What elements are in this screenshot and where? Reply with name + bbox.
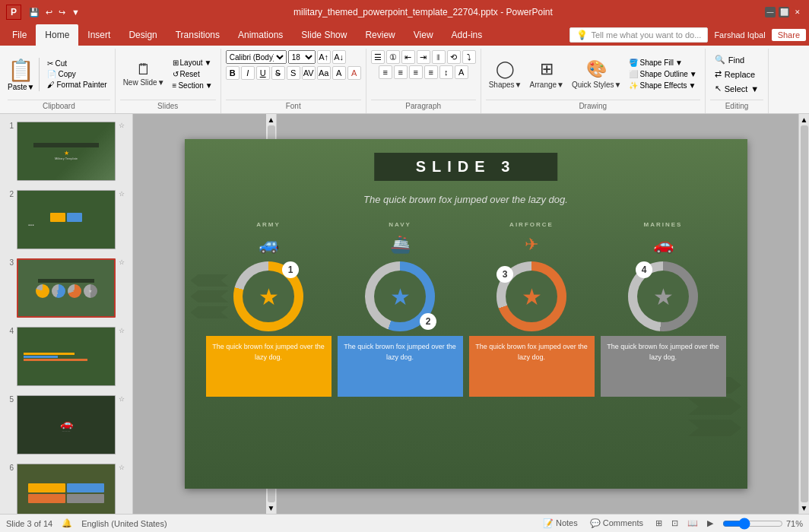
font-size-select[interactable]: 18 bbox=[288, 50, 316, 64]
ribbon-group-paragraph: ☰ ① ⇤ ⇥ ⫴ ⟲ ⤵ ≡ ≡ ≡ ≡ ↕ A Paragraph bbox=[366, 49, 481, 113]
right-scroll-up-button[interactable]: ▲ bbox=[801, 116, 808, 124]
right-scroll-down-button[interactable]: ▼ bbox=[801, 504, 808, 512]
columns-button[interactable]: ⫴ bbox=[432, 50, 446, 64]
army-label: ARMY bbox=[256, 221, 281, 228]
scroll-up-button[interactable]: ▲ bbox=[268, 116, 275, 124]
tab-animations[interactable]: Animations bbox=[229, 24, 292, 46]
notes-button[interactable]: 📝 Notes bbox=[540, 518, 581, 528]
accessibility-button[interactable]: 🔔 bbox=[62, 518, 72, 528]
tab-slideshow[interactable]: Slide Show bbox=[292, 24, 356, 46]
shadow-button[interactable]: S bbox=[287, 66, 300, 80]
arrange-icon: ⊞ bbox=[540, 59, 554, 79]
star-icon-1: ☆ bbox=[119, 122, 125, 129]
font-family-select[interactable]: Calibri (Body) bbox=[226, 50, 287, 64]
new-slide-button[interactable]: 🗒 New Slide▼ bbox=[120, 60, 168, 88]
navy-badge: 2 bbox=[420, 313, 436, 330]
marines-ring-inner: ★ bbox=[637, 271, 689, 322]
tab-file[interactable]: File bbox=[3, 24, 36, 46]
reading-view-button[interactable]: 📖 bbox=[684, 518, 701, 528]
font-case-button[interactable]: Aa bbox=[317, 66, 331, 80]
tab-transitions[interactable]: Transitions bbox=[167, 24, 229, 46]
paste-button[interactable]: 📋 Paste ▼ bbox=[8, 58, 40, 91]
text-shadow-button[interactable]: A bbox=[455, 65, 468, 79]
shape-effects-icon: ✨ bbox=[629, 81, 638, 90]
slide-thumb-2[interactable]: 2 ■ ■ ■ ☆ bbox=[3, 188, 129, 251]
main-area: 1 ★ Military Template ☆ 2 ■ ■ ■ bbox=[0, 114, 809, 514]
shapes-icon: ◯ bbox=[496, 59, 515, 79]
right-scroll-thumb[interactable] bbox=[801, 125, 808, 502]
shape-effects-button[interactable]: ✨ Shape Effects▼ bbox=[626, 81, 700, 90]
align-center-button[interactable]: ≡ bbox=[394, 65, 408, 79]
increase-indent-button[interactable]: ⇥ bbox=[417, 50, 430, 64]
font-color-button[interactable]: A bbox=[347, 66, 361, 80]
shape-fill-button[interactable]: 🪣 Shape Fill▼ bbox=[626, 58, 700, 68]
italic-button[interactable]: I bbox=[241, 66, 255, 80]
decrease-indent-button[interactable]: ⇤ bbox=[401, 50, 415, 64]
clear-format-button[interactable]: A bbox=[332, 66, 346, 80]
text-direction-button[interactable]: ⟲ bbox=[447, 50, 461, 64]
slide-sorter-button[interactable]: ⊡ bbox=[668, 518, 681, 528]
shape-outline-button[interactable]: ⬜ Shape Outline▼ bbox=[626, 69, 700, 79]
tell-me-box[interactable]: 💡 Tell me what you want to do... bbox=[569, 27, 708, 43]
save-button[interactable]: 💾 bbox=[27, 8, 41, 17]
strikethrough-button[interactable]: S̶ bbox=[271, 66, 285, 80]
tab-home[interactable]: Home bbox=[36, 24, 78, 46]
slide-thumb-1[interactable]: 1 ★ Military Template ☆ bbox=[3, 120, 129, 182]
slide-thumb-6[interactable]: 6 ☆ bbox=[3, 462, 129, 514]
slide-thumb-3[interactable]: 3 ★ ★ ★ ★ ☆ bbox=[3, 257, 129, 319]
copy-button[interactable]: 📄 Copy bbox=[44, 69, 109, 79]
navy-ring-inner: ★ bbox=[374, 271, 426, 322]
font-decrease-button[interactable]: A↓ bbox=[332, 50, 346, 64]
reset-button[interactable]: ↺ Reset bbox=[170, 69, 216, 79]
underline-button[interactable]: U bbox=[256, 66, 270, 80]
layout-button[interactable]: ⊞ Layout▼ bbox=[170, 58, 216, 68]
section-button[interactable]: ≡ Section▼ bbox=[170, 81, 216, 90]
zoom-slider[interactable] bbox=[722, 518, 783, 530]
font-increase-button[interactable]: A↑ bbox=[317, 50, 331, 64]
line-spacing-button[interactable]: ↕ bbox=[439, 65, 453, 79]
navy-star-icon: ★ bbox=[390, 283, 411, 310]
replace-button[interactable]: ⇄ Replace bbox=[710, 68, 763, 81]
right-scrollbar[interactable]: ▲ ▼ bbox=[798, 114, 809, 514]
bullets-button[interactable]: ☰ bbox=[371, 50, 385, 64]
tab-view[interactable]: View bbox=[404, 24, 443, 46]
smart-convert-button[interactable]: ⤵ bbox=[462, 50, 476, 64]
title-bar-left: P 💾 ↩ ↪ ▼ bbox=[6, 5, 81, 20]
slideshow-button[interactable]: ▶ bbox=[704, 518, 716, 528]
shapes-button[interactable]: ◯ Shapes▼ bbox=[486, 58, 525, 90]
bold-button[interactable]: B bbox=[226, 66, 240, 80]
align-left-button[interactable]: ≡ bbox=[379, 65, 392, 79]
slide-thumb-5[interactable]: 5 🚗 — — — ☆ bbox=[3, 394, 129, 456]
marines-text-box: The quick brown fox jumped over the lazy… bbox=[601, 336, 726, 397]
title-bar: P 💾 ↩ ↪ ▼ military_themed_powerpoint_tem… bbox=[0, 0, 809, 24]
align-right-button[interactable]: ≡ bbox=[409, 65, 423, 79]
select-button[interactable]: ↖ Select▼ bbox=[710, 82, 763, 95]
share-button[interactable]: Share bbox=[772, 29, 806, 41]
quick-styles-button[interactable]: 🎨 Quick Styles▼ bbox=[569, 58, 624, 90]
arrange-button[interactable]: ⊞ Arrange▼ bbox=[527, 58, 567, 90]
drawing-group-label: Drawing bbox=[486, 100, 700, 112]
undo-button[interactable]: ↩ bbox=[44, 8, 54, 17]
ribbon-group-font: Calibri (Body) 18 A↑ A↓ B I U S̶ S AV Aa… bbox=[221, 49, 366, 113]
scroll-down-button[interactable]: ▼ bbox=[268, 504, 275, 512]
numbering-button[interactable]: ① bbox=[386, 50, 400, 64]
char-spacing-button[interactable]: AV bbox=[302, 66, 316, 80]
cut-button[interactable]: ✂ Cut bbox=[44, 59, 109, 68]
restore-button[interactable]: ⬜ bbox=[779, 7, 789, 17]
comments-button[interactable]: 💬 Comments bbox=[587, 518, 646, 528]
format-painter-button[interactable]: 🖌 Format Painter bbox=[44, 80, 109, 90]
tab-review[interactable]: Review bbox=[356, 24, 404, 46]
normal-view-button[interactable]: ⊞ bbox=[652, 518, 665, 528]
close-button[interactable]: ✕ bbox=[792, 7, 803, 17]
customize-button[interactable]: ▼ bbox=[70, 8, 81, 17]
justify-button[interactable]: ≡ bbox=[424, 65, 438, 79]
tab-design[interactable]: Design bbox=[119, 24, 166, 46]
minimize-button[interactable]: — bbox=[765, 7, 776, 17]
army-ring: ★ 1 bbox=[233, 261, 303, 331]
slide-thumb-4[interactable]: 4 ☆ bbox=[3, 325, 129, 388]
find-button[interactable]: 🔍 Find bbox=[710, 53, 763, 66]
tab-insert[interactable]: Insert bbox=[78, 24, 119, 46]
paste-icon: 📋 bbox=[8, 58, 34, 83]
redo-button[interactable]: ↪ bbox=[57, 8, 67, 17]
tab-addins[interactable]: Add-ins bbox=[443, 24, 492, 46]
